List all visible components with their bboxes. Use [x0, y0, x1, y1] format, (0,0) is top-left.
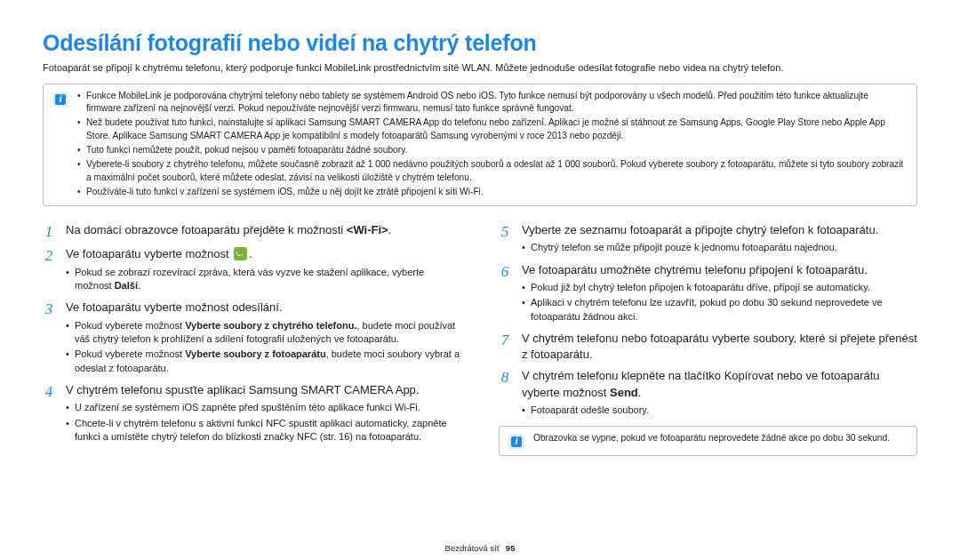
step: 6Ve fotoaparátu umožněte chytrému telefo…	[499, 262, 917, 325]
step: 8V chytrém telefonu klepněte na tlačítko…	[499, 368, 917, 419]
step-sub-list: Pokud vyberete možnost Vyberte soubory z…	[66, 319, 461, 376]
step-sub-item: Pokud vyberete možnost Vyberte soubory z…	[66, 348, 461, 375]
info-box-item: Než budete používat tuto funkci, nainsta…	[77, 116, 904, 142]
info-box-list: Funkce MobileLink je podporována chytrým…	[77, 90, 904, 200]
step-sub-list: Pokud již byl chytrý telefon připojen k …	[522, 281, 917, 324]
step-number: 7	[499, 331, 511, 363]
step-sub-list: U zařízení se systémem iOS zapněte před …	[66, 401, 461, 444]
step-sub-item: Chytrý telefon se může připojit pouze k …	[522, 241, 917, 254]
step-text: Vyberte ze seznamu fotoaparát a připojte…	[522, 222, 917, 238]
steps-left-column: 1Na domácí obrazovce fotoaparátu přejdět…	[43, 222, 461, 456]
footer-section: Bezdrátová síť	[445, 543, 500, 553]
info-box-bottom-text: Obrazovka se vypne, pokud ve fotoaparátu…	[533, 432, 890, 450]
step-text: Ve fotoaparátu vyberte možnost odesílání…	[66, 300, 461, 316]
step-text: V chytrém telefonu klepněte na tlačítko …	[522, 368, 917, 400]
step-body: Ve fotoaparátu vyberte možnost odesílání…	[66, 300, 461, 377]
steps-right-column: 5Vyberte ze seznamu fotoaparát a připojt…	[499, 222, 917, 456]
note-icon: i	[508, 434, 524, 450]
info-box-bottom: iObrazovka se vypne, pokud ve fotoaparát…	[499, 426, 917, 456]
step-body: Ve fotoaparátu vyberte možnost .Pokud se…	[66, 246, 461, 294]
step-sub-item: Pokud již byl chytrý telefon připojen k …	[522, 281, 917, 294]
step: 4V chytrém telefonu spusťte aplikaci Sam…	[43, 382, 461, 445]
step-body: V chytrém telefonu spusťte aplikaci Sams…	[66, 382, 461, 445]
step-sub-list: Chytrý telefon se může připojit pouze k …	[522, 241, 917, 254]
info-box-item: Používáte-li tuto funkci v zařízení se s…	[77, 186, 904, 198]
step-number: 5	[499, 222, 511, 257]
step: 2Ve fotoaparátu vyberte možnost .Pokud s…	[43, 246, 461, 294]
intro-paragraph: Fotoaparát se připojí k chytrému telefon…	[43, 61, 917, 75]
step-body: Ve fotoaparátu umožněte chytrému telefon…	[522, 262, 917, 325]
step: 7V chytrém telefonu nebo fotoaparátu vyb…	[499, 331, 917, 363]
step-text: V chytrém telefonu nebo fotoaparátu vybe…	[522, 331, 917, 363]
info-box-item: Tuto funkci nemůžete použít, pokud nejso…	[77, 144, 904, 156]
step: 1Na domácí obrazovce fotoaparátu přejdět…	[43, 222, 461, 241]
step-number: 6	[499, 262, 511, 325]
steps-columns: 1Na domácí obrazovce fotoaparátu přejdět…	[43, 222, 917, 456]
step-number: 4	[43, 382, 55, 445]
step-body: V chytrém telefonu klepněte na tlačítko …	[522, 368, 917, 419]
step-text: Ve fotoaparátu umožněte chytrému telefon…	[522, 262, 917, 278]
step-number: 2	[43, 246, 55, 294]
step: 3Ve fotoaparátu vyberte možnost odesílán…	[43, 300, 461, 377]
step-sub-item: Chcete-li v chytrém telefonu s aktivní f…	[66, 417, 461, 444]
step-sub-item: Pokud vyberete možnost Vyberte soubory z…	[66, 319, 461, 347]
step-text: Ve fotoaparátu vyberte možnost .	[66, 246, 461, 262]
step-number: 8	[499, 368, 511, 419]
step-sub-item: U zařízení se systémem iOS zapněte před …	[66, 401, 461, 414]
step-number: 1	[43, 222, 55, 241]
note-icon: i	[52, 92, 68, 108]
step-sub-item: Fotoaparát odešle soubory.	[522, 404, 917, 417]
step-sub-list: Pokud se zobrazí rozevírací zpráva, kter…	[66, 266, 461, 293]
step: 5Vyberte ze seznamu fotoaparát a připojt…	[499, 222, 917, 257]
manual-page: Odesílání fotografií nebo videí na chytr…	[0, 0, 960, 560]
step-sub-list: Fotoaparát odešle soubory.	[522, 404, 917, 417]
footer-page-number: 95	[506, 543, 516, 553]
step-text: V chytrém telefonu spusťte aplikaci Sams…	[66, 382, 461, 398]
step-body: Vyberte ze seznamu fotoaparát a připojte…	[522, 222, 917, 257]
mobilelink-icon	[234, 247, 247, 260]
page-title: Odesílání fotografií nebo videí na chytr…	[43, 30, 917, 56]
info-box-top: i Funkce MobileLink je podporována chytr…	[43, 84, 917, 206]
step-body: V chytrém telefonu nebo fotoaparátu vybe…	[522, 331, 917, 363]
info-box-item: Vyberete-li soubory z chytrého telefonu,…	[77, 158, 904, 184]
step-sub-item: Aplikaci v chytrém telefonu lze uzavřít,…	[522, 296, 917, 324]
step-body: Na domácí obrazovce fotoaparátu přejděte…	[66, 222, 461, 241]
step-number: 3	[43, 300, 55, 377]
step-sub-item: Pokud se zobrazí rozevírací zpráva, kter…	[66, 266, 461, 293]
page-footer: Bezdrátová síť 95	[0, 543, 960, 553]
info-box-item: Funkce MobileLink je podporována chytrým…	[77, 90, 904, 116]
step-text: Na domácí obrazovce fotoaparátu přejděte…	[66, 222, 461, 238]
